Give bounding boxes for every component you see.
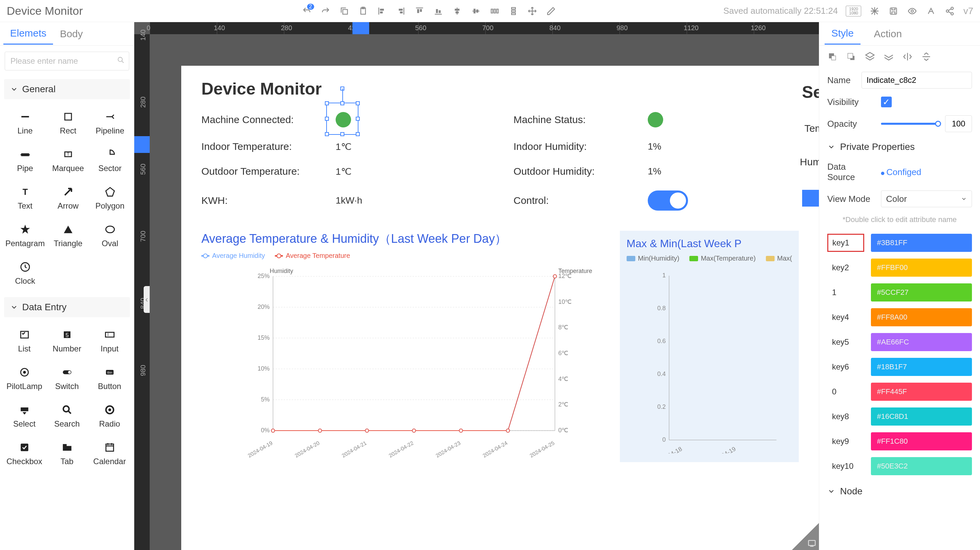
color-swatch[interactable]: #AE66FC	[871, 333, 972, 351]
section-node[interactable]: Node	[819, 480, 980, 502]
color-key[interactable]: key4	[827, 308, 864, 326]
expand-handle[interactable]: ‹	[144, 286, 150, 313]
edit-icon[interactable]	[546, 6, 557, 16]
palette-number[interactable]: 5Number	[47, 323, 87, 359]
palette-search[interactable]: Search	[47, 398, 87, 434]
palette-rect[interactable]: Rect	[48, 105, 88, 141]
color-key[interactable]: 1	[827, 284, 864, 301]
color-swatch[interactable]: #16C8D1	[871, 407, 972, 426]
palette-marquee[interactable]: TMarquee	[48, 143, 88, 178]
palette-input[interactable]: IInput	[89, 323, 130, 359]
tab-action[interactable]: Action	[867, 24, 908, 44]
palette-radio[interactable]: Radio	[89, 398, 130, 434]
align-vcenter-icon[interactable]	[471, 6, 481, 16]
copy-icon[interactable]	[339, 6, 350, 16]
palette-arrow[interactable]: Arrow	[48, 181, 88, 216]
save-icon[interactable]	[888, 6, 899, 16]
color-key[interactable]: key9	[827, 432, 864, 450]
palette-polygon[interactable]: Polygon	[90, 181, 130, 216]
status-dot-status[interactable]	[648, 112, 663, 127]
color-row-key8[interactable]: key8#16C8D1	[826, 404, 973, 429]
color-row-key5[interactable]: key5#AE66FC	[826, 330, 973, 355]
crop-icon[interactable]	[869, 6, 880, 16]
palette-tab[interactable]: Tab	[47, 436, 87, 472]
tab-body[interactable]: Body	[53, 24, 89, 44]
view-mode-select[interactable]: Color	[881, 190, 972, 207]
section-private-props[interactable]: Private Properties	[819, 136, 980, 158]
color-swatch[interactable]: #FF8A00	[871, 308, 972, 326]
opacity-slider[interactable]	[881, 123, 939, 125]
search-input[interactable]	[5, 52, 129, 70]
section-general[interactable]: General	[4, 79, 130, 99]
color-swatch[interactable]: #5CCF27	[871, 284, 972, 301]
palette-switch[interactable]: Switch	[47, 361, 87, 396]
align-right-icon[interactable]	[395, 6, 406, 16]
preview-icon[interactable]	[907, 6, 918, 16]
palette-clock[interactable]: Clock	[4, 255, 46, 291]
layer-back-icon[interactable]	[846, 52, 856, 62]
search-icon[interactable]	[117, 56, 124, 66]
side-button[interactable]	[802, 190, 819, 207]
align-hcenter-icon[interactable]	[452, 6, 463, 16]
color-row-0[interactable]: 0#FF445F	[826, 379, 973, 404]
selection-box[interactable]	[326, 103, 358, 135]
palette-select[interactable]: Select	[4, 398, 45, 434]
color-key[interactable]: key5	[827, 333, 864, 351]
opacity-input[interactable]	[945, 116, 972, 132]
control-toggle[interactable]: on	[648, 190, 688, 211]
publish-icon[interactable]	[926, 6, 936, 16]
section-data-entry[interactable]: Data Entry	[4, 297, 130, 317]
palette-pilotlamp[interactable]: PilotLamp	[4, 361, 45, 396]
undo-icon[interactable]: 2	[301, 6, 312, 16]
data-source-value[interactable]: Configed	[881, 167, 921, 178]
palette-pipeline[interactable]: Pipeline	[90, 105, 130, 141]
color-swatch[interactable]: #FF1C80	[871, 432, 972, 450]
flip-v-icon[interactable]	[921, 52, 931, 62]
color-swatch[interactable]: #FFBF00	[871, 258, 972, 277]
align-top-icon[interactable]	[414, 6, 425, 16]
color-key[interactable]: key10	[827, 457, 864, 475]
color-swatch[interactable]: #3B81FF	[871, 234, 972, 252]
palette-text[interactable]: TText	[4, 181, 46, 216]
color-row-key1[interactable]: key1#3B81FF	[826, 230, 973, 255]
redo-icon[interactable]	[320, 6, 331, 16]
resolution-icon[interactable]: 19201080	[846, 6, 861, 16]
color-row-key2[interactable]: key2#FFBF00	[826, 255, 973, 280]
color-row-key6[interactable]: key6#18B1F7	[826, 355, 973, 379]
color-key[interactable]: key6	[827, 358, 864, 376]
color-row-key9[interactable]: key9#FF1C80	[826, 429, 973, 454]
color-key[interactable]: key2	[827, 258, 864, 277]
layers-icon[interactable]	[865, 52, 875, 62]
color-swatch[interactable]: #18B1F7	[871, 358, 972, 376]
palette-calendar[interactable]: Calendar	[89, 436, 130, 472]
name-input[interactable]	[862, 72, 972, 89]
tab-style[interactable]: Style	[825, 23, 861, 44]
palette-pentagram[interactable]: Pentagram	[4, 218, 46, 254]
layers-down-icon[interactable]	[884, 52, 894, 62]
ruler-marker-v[interactable]	[134, 136, 150, 153]
visibility-checkbox[interactable]: ✓	[881, 97, 892, 107]
distribute-h-icon[interactable]	[489, 6, 500, 16]
color-key[interactable]: 0	[827, 383, 864, 401]
color-row-1[interactable]: 1#5CCF27	[826, 280, 973, 305]
color-swatch[interactable]: #FF445F	[871, 383, 972, 401]
canvas[interactable]: Device Monitor Ser Temp Humid Machine Co…	[181, 66, 819, 550]
palette-button[interactable]: BtnButton	[89, 361, 130, 396]
paste-icon[interactable]	[358, 6, 369, 16]
tab-elements[interactable]: Elemets	[3, 23, 53, 44]
palette-sector[interactable]: Sector	[90, 143, 130, 178]
layer-front-icon[interactable]	[827, 52, 837, 62]
resize-handle-icon[interactable]	[792, 523, 819, 550]
align-bottom-icon[interactable]	[433, 6, 444, 16]
palette-oval[interactable]: Oval	[90, 218, 130, 254]
palette-pipe[interactable]: Pipe	[4, 143, 46, 178]
palette-line[interactable]: Line	[4, 105, 46, 141]
palette-triangle[interactable]: Triangle	[48, 218, 88, 254]
flip-h-icon[interactable]	[902, 52, 913, 62]
distribute-v-icon[interactable]	[508, 6, 519, 16]
color-key[interactable]: key8	[827, 407, 864, 426]
color-key[interactable]: key1	[827, 234, 864, 252]
color-row-key10[interactable]: key10#50E3C2	[826, 454, 973, 479]
move-icon[interactable]	[527, 6, 538, 16]
palette-checkbox[interactable]: Checkbox	[4, 436, 45, 472]
